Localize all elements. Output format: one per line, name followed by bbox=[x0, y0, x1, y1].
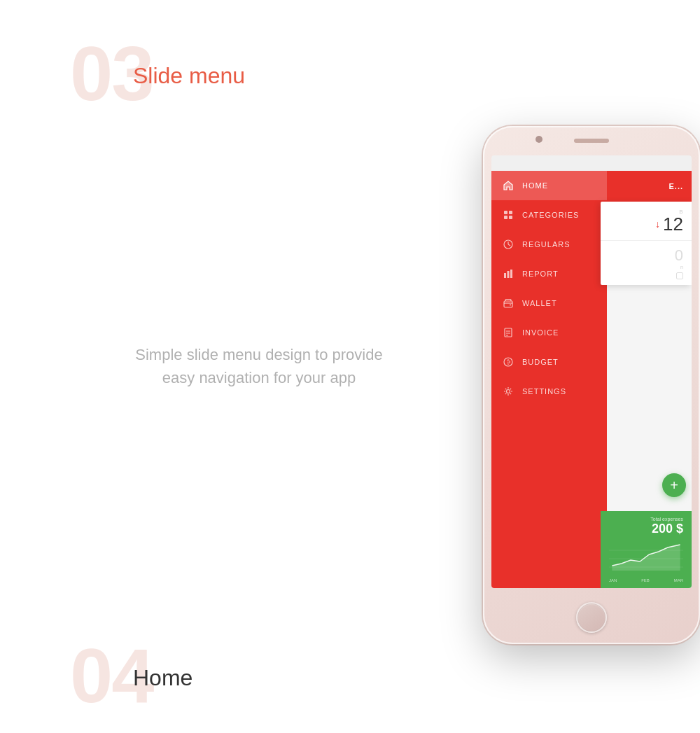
phone-speaker bbox=[574, 139, 609, 143]
home-button[interactable] bbox=[576, 602, 607, 633]
section-title-04: Home bbox=[133, 665, 192, 691]
budget-icon bbox=[503, 356, 514, 368]
description-text: Simple slide menu design to provide easy… bbox=[56, 343, 462, 389]
menu-label-categories: CATEGORIES bbox=[522, 211, 579, 219]
menu-label-settings: SETTINGS bbox=[522, 387, 566, 396]
svg-rect-8 bbox=[507, 271, 510, 278]
chart-card: Total expenses 200 $ JAN FEB MAR bbox=[601, 511, 692, 588]
menu-label-wallet: WALLET bbox=[522, 299, 557, 307]
phone-camera bbox=[536, 136, 542, 143]
month-feb: FEB bbox=[641, 578, 650, 582]
card-small-text: n bbox=[609, 265, 683, 270]
grid-icon bbox=[503, 209, 514, 221]
phone-mockup: ≡ E... HOME bbox=[483, 126, 700, 672]
svg-rect-3 bbox=[509, 216, 512, 219]
svg-rect-7 bbox=[504, 273, 506, 278]
menu-label-report: REPORT bbox=[522, 270, 559, 278]
phone-screen: ≡ E... HOME bbox=[491, 155, 692, 588]
menu-label-regulars: REGULARS bbox=[522, 240, 570, 249]
menu-item-report[interactable]: REPORT bbox=[491, 259, 607, 288]
menu-item-invoice[interactable]: INVOICE bbox=[491, 318, 607, 347]
month-mar: MAR bbox=[674, 578, 683, 582]
svg-rect-10 bbox=[504, 301, 512, 307]
fab-button[interactable]: + bbox=[662, 473, 686, 497]
menu-label-budget: BUDGET bbox=[522, 358, 559, 366]
mini-chart bbox=[609, 539, 683, 574]
svg-point-11 bbox=[510, 305, 511, 306]
chart-months: JAN FEB MAR bbox=[609, 578, 683, 582]
phone-frame: ≡ E... HOME bbox=[483, 126, 700, 644]
svg-rect-1 bbox=[509, 211, 512, 214]
menu-item-budget[interactable]: BUDGET bbox=[491, 347, 607, 377]
svg-point-17 bbox=[507, 390, 510, 393]
menu-label-invoice: INVOICE bbox=[522, 328, 559, 337]
invoice-icon bbox=[503, 327, 514, 338]
svg-rect-2 bbox=[504, 216, 507, 219]
home-button-ring bbox=[578, 603, 606, 631]
card-value: 12 bbox=[663, 215, 683, 233]
menu-item-regulars[interactable]: REGULARS bbox=[491, 230, 607, 259]
card-section: 0 n bbox=[601, 241, 692, 285]
slide-menu: HOME CATEGORIES bbox=[491, 171, 607, 588]
menu-item-wallet[interactable]: WALLET bbox=[491, 288, 607, 318]
menu-item-categories[interactable]: CATEGORIES bbox=[491, 200, 607, 230]
section-title-03: Slide menu bbox=[133, 63, 245, 89]
settings-icon bbox=[503, 386, 514, 397]
wallet-icon bbox=[503, 298, 514, 309]
menu-label-home: HOME bbox=[522, 181, 548, 190]
menu-item-settings[interactable]: SETTINGS bbox=[491, 377, 607, 406]
chart-total-value: 200 $ bbox=[609, 522, 683, 536]
clock-icon bbox=[503, 239, 514, 250]
card-arrow-icon: ↓ bbox=[655, 218, 660, 230]
month-jan: JAN bbox=[609, 578, 617, 582]
svg-point-16 bbox=[504, 358, 512, 366]
chart-total-label: Total expenses bbox=[609, 517, 683, 522]
app-header-title: E... bbox=[668, 182, 683, 190]
overlay-card: B ↓ 12 0 n bbox=[601, 202, 692, 285]
svg-rect-9 bbox=[510, 270, 512, 278]
barchart-icon bbox=[503, 268, 514, 279]
home-icon bbox=[503, 180, 514, 191]
menu-item-home[interactable]: HOME bbox=[491, 171, 607, 200]
svg-marker-21 bbox=[612, 545, 680, 571]
card-top: B ↓ 12 bbox=[601, 202, 692, 241]
svg-line-6 bbox=[508, 244, 510, 246]
card-zero: 0 bbox=[609, 246, 683, 265]
svg-rect-0 bbox=[504, 211, 507, 214]
